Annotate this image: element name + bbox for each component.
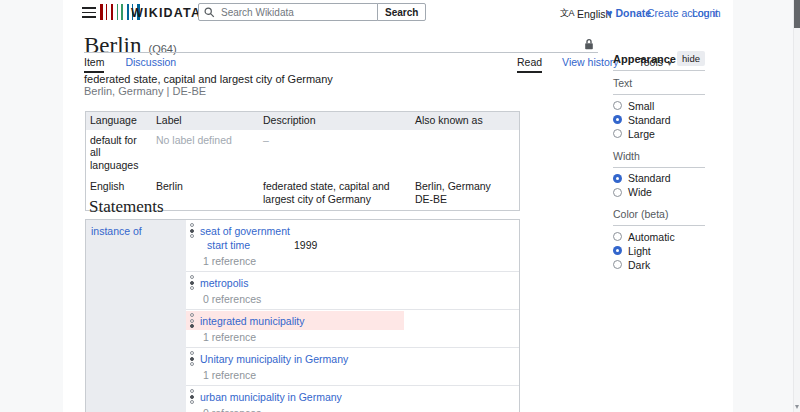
references-toggle[interactable]: 1 reference <box>189 331 511 344</box>
statement-value-link[interactable]: metropolis <box>200 277 248 289</box>
radio-large[interactable]: Large <box>613 128 705 140</box>
radio-icon <box>613 174 622 183</box>
radio-icon <box>613 115 622 124</box>
row-label: No label defined <box>152 130 259 177</box>
entity-aliases: Berlin, Germany | DE-BE <box>84 85 206 97</box>
tab-discussion[interactable]: Discussion <box>125 56 176 73</box>
search-bar: Search <box>198 3 426 21</box>
donate-label: Donate <box>616 7 652 19</box>
rank-icon <box>190 275 194 290</box>
radio-icon <box>613 232 622 241</box>
references-toggle[interactable]: 1 reference <box>189 255 511 268</box>
statement: integrated municipality 1 reference <box>186 309 519 347</box>
tab-view-history[interactable]: View history <box>562 56 618 73</box>
appearance-panel: Appearance hide Text Small Standard Larg… <box>613 52 705 271</box>
heart-icon: ♥ <box>606 7 613 19</box>
radio-automatic[interactable]: Automatic <box>613 231 705 243</box>
radio-icon <box>613 260 622 269</box>
entity-id: (Q64) <box>149 43 177 55</box>
width-options: Standard Wide <box>613 173 705 199</box>
scrollbar-thumb[interactable] <box>794 0 800 28</box>
statements-heading: Statements <box>89 197 164 217</box>
col-language: Language <box>86 112 152 130</box>
statement: seat of government start time 1999 1 ref… <box>186 220 519 271</box>
section-label-color: Color (beta) <box>613 208 705 220</box>
tab-item[interactable]: Item <box>84 56 104 73</box>
section-label-text: Text <box>613 77 705 89</box>
col-description: Description <box>259 112 411 130</box>
col-also-known-as: Also known as <box>411 112 519 130</box>
statement-list: seat of government start time 1999 1 ref… <box>186 220 519 412</box>
statement-value-link[interactable]: seat of government <box>200 225 290 237</box>
row-description: federated state, capital and largest cit… <box>259 176 411 210</box>
row-aliases <box>411 130 519 177</box>
row-description: – <box>259 130 411 177</box>
scrollbar-down-arrow-icon[interactable] <box>795 405 799 409</box>
divider <box>613 225 705 226</box>
wikidata-page: WIKIDATA Search 文A English ♥ Donate Crea… <box>0 0 800 412</box>
qualifier-value: 1999 <box>294 239 317 251</box>
donate-link[interactable]: ♥ Donate <box>606 7 651 19</box>
references-toggle[interactable]: 1 reference <box>189 369 511 382</box>
row-aliases: Berlin, Germany DE-BE <box>411 176 519 210</box>
rank-icon <box>190 389 194 404</box>
references-toggle[interactable]: 0 references <box>189 407 511 412</box>
search-input[interactable] <box>198 3 378 21</box>
statement-value-link[interactable]: Unitary municipality in Germany <box>200 353 348 365</box>
statement: Unitary municipality in Germany 1 refere… <box>186 347 519 385</box>
wikidata-wordmark[interactable]: WIKIDATA <box>131 6 201 20</box>
statement-value-link[interactable]: urban municipality in Germany <box>200 391 342 403</box>
table-row: default for all languages No label defin… <box>86 130 519 177</box>
references-toggle[interactable]: 0 references <box>189 293 511 306</box>
divider <box>613 94 705 95</box>
appearance-title: Appearance <box>613 53 676 65</box>
statement-property-column: instance of <box>86 220 186 412</box>
radio-dark[interactable]: Dark <box>613 259 705 271</box>
scrollbar[interactable] <box>793 0 800 412</box>
qualifier-property-link[interactable]: start time <box>207 239 250 251</box>
title-divider <box>84 52 598 53</box>
color-options: Automatic Light Dark <box>613 231 705 271</box>
rank-icon-deprecated <box>190 313 194 328</box>
row-label: Berlin <box>152 176 259 210</box>
divider <box>613 70 705 71</box>
rank-icon <box>190 351 194 366</box>
statement-group: instance of seat of government start tim… <box>85 219 520 412</box>
search-button[interactable]: Search <box>377 3 426 21</box>
radio-icon <box>613 246 622 255</box>
radio-icon <box>613 188 622 197</box>
menu-icon[interactable] <box>82 7 96 18</box>
login-link[interactable]: Log in <box>692 7 721 19</box>
protection-lock-icon <box>584 38 594 50</box>
property-link[interactable]: instance of <box>91 225 142 237</box>
section-label-width: Width <box>613 150 705 162</box>
divider <box>613 167 705 168</box>
terms-table: Language Label Description Also known as… <box>85 111 520 211</box>
row-language: default for all languages <box>86 130 152 177</box>
statement: metropolis 0 references <box>186 271 519 309</box>
statement-qualifier: start time 1999 <box>189 238 511 252</box>
radio-light[interactable]: Light <box>613 245 705 257</box>
statement-value-link[interactable]: integrated municipality <box>200 315 304 327</box>
language-icon: 文A <box>560 7 574 20</box>
text-size-options: Small Standard Large <box>613 100 705 140</box>
col-label: Label <box>152 112 259 130</box>
hide-button[interactable]: hide <box>677 51 705 66</box>
radio-wide[interactable]: Wide <box>613 187 705 199</box>
statement: urban municipality in Germany 0 referenc… <box>186 385 519 412</box>
radio-icon <box>613 101 622 110</box>
language-selector[interactable]: 文A English <box>560 7 611 20</box>
tab-read[interactable]: Read <box>517 56 542 73</box>
radio-icon <box>613 129 622 138</box>
radio-standard[interactable]: Standard <box>613 114 705 126</box>
rank-icon <box>190 223 194 238</box>
page-tabs: Item Discussion <box>84 56 176 73</box>
radio-standard-width[interactable]: Standard <box>613 173 705 185</box>
terms-table-header: Language Label Description Also known as <box>86 112 519 130</box>
search-icon <box>204 7 215 18</box>
entity-description: federated state, capital and largest cit… <box>84 73 333 85</box>
radio-small[interactable]: Small <box>613 100 705 112</box>
